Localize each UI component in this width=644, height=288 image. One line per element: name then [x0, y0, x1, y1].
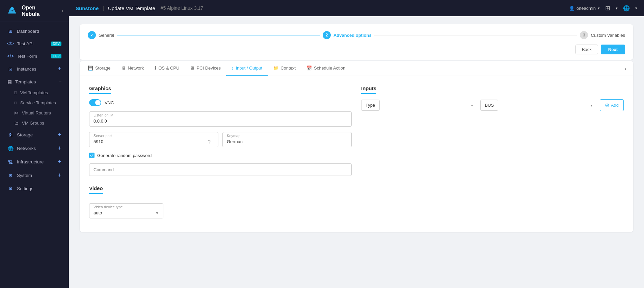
logo: OpenNebula ‹	[0, 0, 69, 22]
step-custom: 3 Custom Variables	[580, 31, 625, 39]
globe-icon[interactable]: 🌐	[623, 5, 630, 11]
toggle-thumb	[95, 100, 101, 105]
dashboard-icon: ⊞	[7, 28, 14, 34]
bus-select-wrapper: BUS	[480, 100, 596, 111]
sidebar-item-test-form[interactable]: </> Test Form DEV	[2, 50, 67, 62]
globe-dropdown-icon: ▾	[635, 6, 637, 10]
generate-password-checkbox[interactable]	[89, 153, 95, 158]
vnc-toggle[interactable]	[89, 99, 101, 106]
form-main-row: Graphics VNC Listen on IP	[89, 85, 624, 218]
video-section-title: Video	[89, 185, 103, 194]
sidebar-subitem-label: VM Templates	[20, 90, 48, 95]
sidebar-collapse-btn[interactable]: ‹	[62, 8, 63, 14]
add-system-btn[interactable]: +	[58, 172, 61, 179]
video-device-input[interactable]	[93, 209, 154, 217]
tab-network[interactable]: 🖥 Network	[116, 61, 150, 76]
sidebar-item-label: Templates	[15, 79, 36, 84]
sidebar-item-label: Instances	[17, 67, 36, 72]
sidebar-item-virtual-routers[interactable]: ⋈ Virtual Routers	[2, 108, 67, 118]
add-instances-btn[interactable]: +	[58, 66, 61, 73]
sidebar-item-vm-groups[interactable]: 🗂 VM Groups	[2, 118, 67, 128]
sidebar-item-settings[interactable]: ⚙ Settings	[2, 182, 67, 194]
step-custom-circle: 3	[580, 31, 588, 39]
virtual-routers-icon: ⋈	[14, 110, 19, 115]
form-tabs-container: 💾 Storage 🖥 Network ℹ OS & CPU 🖥 PCI Dev…	[80, 61, 633, 232]
tab-context-label: Context	[280, 66, 296, 71]
sidebar-item-label: Storage	[17, 132, 33, 137]
user-icon: 👤	[569, 6, 574, 11]
sidebar-item-label: Dashboard	[17, 29, 39, 34]
sidebar-item-templates[interactable]: ▦ Templates −	[2, 76, 67, 87]
add-storage-btn[interactable]: +	[58, 131, 61, 138]
topbar-brand: Sunstone	[76, 5, 99, 11]
command-input[interactable]	[89, 163, 352, 176]
sidebar-item-label: System	[17, 173, 32, 178]
sidebar-subitem-label: Service Templates	[20, 100, 56, 105]
sidebar-subitem-label: Virtual Routers	[22, 110, 51, 115]
tab-os-cpu-label: OS & CPU	[158, 66, 179, 71]
sidebar-item-instances[interactable]: ⊡ Instances +	[2, 62, 67, 76]
vm-templates-icon: □	[14, 90, 17, 95]
networks-icon: 🌐	[7, 146, 14, 152]
add-input-button[interactable]: ⊕ Add	[600, 99, 624, 111]
tab-storage[interactable]: 💾 Storage	[82, 61, 116, 76]
video-device-fieldset: Video device type ▼	[89, 203, 163, 218]
svg-rect-0	[5, 4, 19, 18]
grid-icon[interactable]: ⊞	[605, 4, 610, 12]
type-select-wrapper: Type	[361, 100, 477, 111]
collapse-icon: −	[59, 79, 61, 84]
step-line-2	[374, 35, 578, 35]
sidebar-item-infrastructure[interactable]: 🏗 Infrastructure +	[2, 155, 67, 168]
network-tab-icon: 🖥	[122, 66, 126, 71]
type-select[interactable]: Type	[361, 100, 380, 111]
tabs-list: 💾 Storage 🖥 Network ℹ OS & CPU 🖥 PCI Dev…	[80, 61, 633, 76]
video-device-group: Video device type ▼	[89, 203, 352, 218]
add-input-icon: ⊕	[605, 102, 609, 108]
user-menu[interactable]: 👤 oneadmin ▾	[569, 6, 600, 11]
templates-icon: ▦	[7, 79, 12, 84]
system-icon: ⚙	[7, 173, 14, 179]
sidebar-nav: ⊞ Dashboard </> Test API DEV </> Test Fo…	[0, 22, 69, 288]
inputs-col: Inputs Type BUS	[361, 85, 624, 218]
add-infrastructure-btn[interactable]: +	[58, 158, 61, 165]
server-port-input[interactable]	[93, 138, 210, 146]
service-templates-icon: □	[14, 100, 17, 105]
tab-schedule-action[interactable]: 📅 Schedule Action	[301, 61, 351, 76]
sidebar-item-storage[interactable]: 🗄 Storage +	[2, 128, 67, 141]
sidebar-item-dashboard[interactable]: ⊞ Dashboard	[2, 25, 67, 37]
tab-pci-label: PCI Devices	[196, 66, 221, 71]
context-tab-icon: 📁	[273, 66, 278, 71]
listen-ip-fieldset: Listen on IP	[89, 111, 352, 127]
bus-select[interactable]: BUS	[480, 100, 498, 111]
tab-input-output[interactable]: ↕ Input / Output	[226, 61, 268, 76]
server-port-group: Server port ?	[89, 132, 218, 147]
sidebar-item-system[interactable]: ⚙ System +	[2, 169, 67, 182]
graphics-col: Graphics VNC Listen on IP	[89, 85, 352, 218]
back-button[interactable]: Back	[575, 45, 598, 54]
vm-groups-icon: 🗂	[14, 121, 19, 126]
tab-os-cpu[interactable]: ℹ OS & CPU	[149, 61, 185, 76]
video-section: Video Video device type ▼	[89, 185, 352, 218]
sidebar-item-service-templates[interactable]: □ Service Templates	[2, 98, 67, 108]
help-icon[interactable]: ?	[208, 139, 211, 145]
video-device-dropdown-icon: ▼	[155, 211, 159, 215]
step-general-label: General	[99, 33, 114, 38]
generate-password-row: Generate random password	[89, 153, 352, 158]
sidebar-item-networks[interactable]: 🌐 Networks +	[2, 142, 67, 155]
next-button[interactable]: Next	[601, 45, 625, 54]
tabs-more-btn[interactable]: ›	[621, 61, 630, 76]
sidebar-item-vm-templates[interactable]: □ VM Templates	[2, 88, 67, 98]
tab-schedule-label: Schedule Action	[314, 66, 345, 71]
listen-ip-input[interactable]	[93, 117, 347, 125]
listen-ip-label: Listen on IP	[93, 113, 347, 117]
step-custom-label: Custom Variables	[591, 33, 625, 38]
keymap-input[interactable]	[227, 138, 347, 146]
wizard-steps: ✓ General 2 Advanced options 3 Custom Va…	[80, 24, 633, 60]
tab-context[interactable]: 📁 Context	[268, 61, 301, 76]
logo-text: OpenNebula	[22, 4, 39, 17]
add-networks-btn[interactable]: +	[58, 145, 61, 152]
sidebar-item-label: Networks	[17, 146, 36, 151]
sidebar-item-test-api[interactable]: </> Test API DEV	[2, 37, 67, 50]
tab-pci-devices[interactable]: 🖥 PCI Devices	[185, 61, 226, 76]
io-tab-icon: ↕	[232, 66, 234, 71]
